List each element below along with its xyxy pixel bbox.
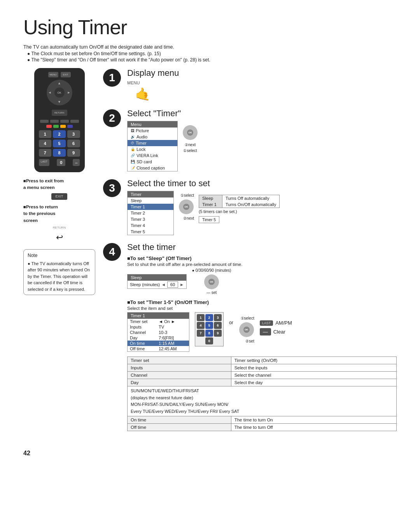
timer1-inputs-key: Inputs xyxy=(130,325,157,329)
timer-menu-title: Timer xyxy=(128,191,173,197)
dpad-up-arrow[interactable]: ▲ xyxy=(58,81,61,85)
num-btn-0[interactable]: 0 xyxy=(57,159,65,166)
table-desc-offtime: The time to turn Off xyxy=(231,424,396,431)
sleep-box-title: Sleep xyxy=(128,274,186,281)
return-button[interactable]: RETURN xyxy=(52,110,67,116)
num-btn-9[interactable]: 9 xyxy=(67,149,80,157)
mini-num-9[interactable]: 9 xyxy=(214,330,222,337)
step1-block: 1 Display menu MENU 🤙 xyxy=(103,68,397,101)
dpad: ▲ ▼ ◄ ► OK xyxy=(47,80,72,105)
step4-content: Set the timer ■To set "Sleep" (Off Timer… xyxy=(127,242,397,431)
mini-num-3[interactable]: 3 xyxy=(214,314,222,321)
step3-number: 3 xyxy=(103,179,121,197)
special-btns: LAST AM/PM — Clear xyxy=(260,320,292,336)
mid-btn-2[interactable] xyxy=(50,120,59,123)
num-btn-2[interactable]: 2 xyxy=(53,130,66,138)
table-desc-timerset: Timer setting (On/Off) xyxy=(231,357,396,364)
color-btn-red[interactable] xyxy=(46,125,52,128)
timer15-ok-button[interactable]: OK xyxy=(239,322,254,337)
ok-button[interactable]: OK xyxy=(54,87,65,98)
timer1-row-ontime: On time 1:15 AM xyxy=(128,341,189,346)
last-button[interactable]: LAST xyxy=(39,159,50,166)
mini-num-0[interactable]: 0 xyxy=(205,337,213,344)
timer-menu: Timer Sleep Timer 1 Timer 2 Timer 3 Time… xyxy=(127,191,174,235)
mid-btn-3[interactable] xyxy=(60,120,69,123)
menu-button[interactable]: MENU xyxy=(48,72,58,77)
sleep-nav: ● 0/30/60/90 (minutes) OK — set xyxy=(192,268,231,295)
color-btn-yellow[interactable] xyxy=(60,125,66,128)
color-btn-blue[interactable] xyxy=(67,125,73,128)
numpad: 1 2 3 4 5 6 7 8 9 xyxy=(39,130,80,157)
menu-item-sd-card: 💾 SD card xyxy=(128,159,177,165)
left-column: MENU EXIT ▲ ▼ ◄ ► OK RETURN xyxy=(23,68,95,438)
menu-item-picture: 🖼 Picture xyxy=(128,128,177,134)
timer-item-sleep: Sleep xyxy=(128,197,173,204)
mini-num-7[interactable]: 7 xyxy=(197,330,205,337)
numpad-area: 1 2 3 4 5 6 7 8 9 0 xyxy=(195,312,224,346)
mini-num-4[interactable]: 4 xyxy=(197,322,205,329)
step2-select-label: ①select xyxy=(183,149,197,153)
num-btn-4[interactable]: 4 xyxy=(39,140,52,147)
mini-num-8[interactable]: 8 xyxy=(205,330,213,337)
num-btn-3[interactable]: 3 xyxy=(67,130,80,138)
exit-button[interactable]: EXIT xyxy=(61,72,71,77)
step3-nav-arrows: ①select OK ②next xyxy=(178,193,194,220)
num-btn-8[interactable]: 8 xyxy=(53,149,66,157)
intro-bullet2: The "Sleep" timer and "On / Off timer" w… xyxy=(27,57,397,63)
mini-num-1[interactable]: 1 xyxy=(197,314,205,321)
num-btn-1[interactable]: 1 xyxy=(39,130,52,138)
sleep-desc: Turns Off automatically xyxy=(222,195,273,201)
step2-number: 2 xyxy=(103,109,121,127)
sleep-ok-button[interactable]: OK xyxy=(204,274,219,290)
mini-num-6[interactable]: 6 xyxy=(214,322,222,329)
color-btn-green[interactable] xyxy=(53,125,59,128)
step3-block: 3 Select the timer to set Timer Sleep Ti… xyxy=(103,178,397,235)
dpad-left-arrow[interactable]: ◄ xyxy=(48,91,52,94)
table-row-inputs: Inputs Select the inputs xyxy=(128,364,397,372)
page-number: 42 xyxy=(23,450,397,457)
step1-content: Display menu MENU 🤙 xyxy=(127,68,397,101)
dash-button[interactable]: – xyxy=(73,159,80,166)
table-label-timerset: Timer set xyxy=(128,357,231,364)
step2-next-label: ②next xyxy=(185,143,196,147)
mid-btn-1[interactable] xyxy=(40,120,49,123)
dash-btn2[interactable]: — xyxy=(260,328,271,336)
timer1-row-channel: Channel 10-3 xyxy=(128,330,189,335)
num-btn-7[interactable]: 7 xyxy=(39,149,52,157)
sleep-sub-note: Set to shut the unit off after a pre-sel… xyxy=(127,262,397,267)
timer1-row-inputs: Inputs TV xyxy=(128,324,189,330)
timer1-offtime-val: 12:45 AM xyxy=(159,346,177,351)
mini-num-2[interactable]: 2 xyxy=(205,314,213,321)
mini-num-5[interactable]: 5 xyxy=(205,322,213,329)
last-row: LAST AM/PM xyxy=(260,320,292,326)
exit-btn-label[interactable]: EXIT xyxy=(51,193,67,200)
note-title: Note xyxy=(28,252,91,259)
sleep-label: Sleep xyxy=(199,195,222,201)
right-column: 1 Display menu MENU 🤙 2 Select "Timer" M… xyxy=(103,68,397,438)
clear-label: Clear xyxy=(273,329,285,335)
step3-ok-button[interactable]: OK xyxy=(178,199,194,215)
table-label-channel: Channel xyxy=(128,372,231,379)
dpad-right-arrow[interactable]: ► xyxy=(67,91,71,94)
menu-title: Menu xyxy=(128,121,177,128)
mini-numpad: 1 2 3 4 5 6 7 8 9 0 xyxy=(195,312,224,346)
timer1-channel-key: Channel xyxy=(130,330,157,335)
timer1-ontime-val: 1:15 AM xyxy=(159,341,174,346)
sleep-left-arrow[interactable]: ◄ xyxy=(161,282,166,287)
last-btn[interactable]: LAST xyxy=(260,320,273,326)
page-title: Using Timer xyxy=(23,16,397,39)
timer1-row-day: Day 7:6[FRI] xyxy=(128,335,189,341)
step3-menu: Timer Sleep Timer 1 Timer 2 Timer 3 Time… xyxy=(127,191,174,235)
sleep-timer-table: Sleep Turns Off automatically Timer 1 Tu… xyxy=(199,195,280,208)
step2-ok-button[interactable]: OK xyxy=(182,125,198,140)
dpad-down-arrow[interactable]: ▼ xyxy=(58,100,61,104)
num-btn-6[interactable]: 6 xyxy=(67,140,80,147)
timer1-row-offtime: Off time 12:45 AM xyxy=(128,346,189,351)
table-desc-channel: Select the channel xyxy=(231,372,396,379)
sleep-right-arrow[interactable]: ► xyxy=(180,282,184,287)
timer-item-timer4: Timer 4 xyxy=(128,222,173,229)
table-row-ontime: On time The time to turn On xyxy=(128,416,397,424)
mid-btn-4[interactable] xyxy=(70,120,79,123)
timer15-nav: ①select OK ②set xyxy=(239,316,254,343)
num-btn-5[interactable]: 5 xyxy=(53,140,66,147)
